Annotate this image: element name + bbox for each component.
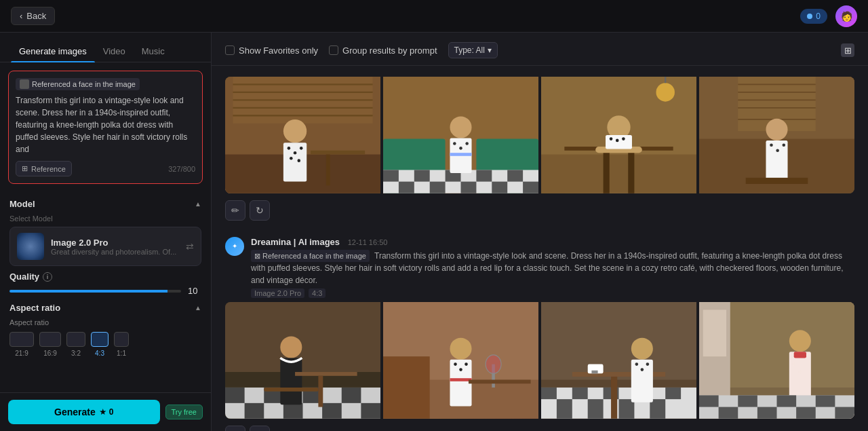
aspect-ratio-section-header[interactable]: Aspect ratio ▲ — [9, 296, 201, 318]
group-results-checkbox[interactable] — [329, 45, 338, 55]
svg-rect-78 — [264, 388, 318, 392]
tab-generate-images[interactable]: Generate images — [11, 41, 95, 62]
model-section-label: Model — [9, 199, 35, 209]
model-card[interactable]: Image 2.0 Pro Great diversity and photor… — [9, 227, 201, 266]
image-cell-1-3[interactable] — [541, 77, 696, 193]
image-cell-2-4[interactable] — [699, 302, 854, 419]
grid-view-icon[interactable]: ⊞ — [841, 43, 854, 57]
svg-point-31 — [450, 116, 471, 138]
back-button[interactable]: ‹ Back — [11, 7, 55, 25]
svg-rect-64 — [746, 178, 808, 184]
show-favorites-filter[interactable]: Show Favorites only — [225, 45, 318, 56]
image-grid-1 — [225, 77, 854, 193]
avatar[interactable]: 🧑 — [835, 5, 857, 27]
type-filter-chevron-icon: ▾ — [488, 45, 492, 55]
content-area[interactable]: Show Favorites only Group results by pro… — [212, 33, 868, 431]
favorites-checkbox[interactable] — [225, 45, 235, 55]
image-placeholder-2-1 — [225, 302, 380, 419]
svg-point-49 — [656, 83, 674, 101]
reference-button[interactable]: ⊞ Reference — [16, 161, 72, 176]
svg-rect-60 — [766, 140, 787, 183]
image-cell-2-2[interactable] — [383, 302, 538, 419]
svg-point-61 — [770, 143, 773, 147]
svg-point-91 — [486, 355, 501, 373]
svg-rect-77 — [280, 358, 302, 405]
image-placeholder-1-4 — [699, 77, 854, 193]
edit-button-1[interactable]: ✏ — [225, 200, 245, 221]
back-arrow-icon: ‹ — [20, 11, 22, 21]
svg-rect-36 — [450, 153, 471, 156]
credit-badge[interactable]: 0 — [800, 9, 827, 24]
svg-rect-45 — [606, 135, 632, 149]
aspect-4-3-label: 4:3 — [95, 350, 104, 357]
refresh-button-2[interactable]: ↻ — [250, 426, 270, 431]
svg-rect-129 — [757, 407, 777, 419]
svg-rect-120 — [794, 352, 806, 358]
tab-video[interactable]: Video — [95, 41, 134, 62]
quality-row: 10 — [9, 286, 201, 296]
aspect-3-2-icon — [66, 332, 85, 347]
quality-info-icon[interactable]: i — [43, 272, 52, 282]
image-placeholder-2-2 — [383, 302, 538, 419]
tab-music[interactable]: Music — [134, 41, 173, 62]
image-cell-1-4[interactable] — [699, 77, 854, 193]
sidebar: Generate images Video Music Referenced a… — [0, 33, 212, 431]
shuffle-icon[interactable]: ⇄ — [186, 241, 194, 252]
try-free-badge[interactable]: Try free — [165, 405, 203, 419]
generate-bar: Generate 0 Try free — [0, 392, 211, 431]
svg-point-118 — [789, 330, 811, 352]
aspect-ratio-label: Aspect ratio — [9, 303, 60, 313]
svg-point-62 — [776, 149, 779, 152]
image-cell-1-1[interactable] — [225, 77, 380, 193]
svg-rect-110 — [631, 360, 653, 402]
svg-rect-96 — [541, 388, 557, 399]
model-section-header[interactable]: Model ▲ — [9, 192, 201, 214]
svg-rect-21 — [383, 170, 399, 181]
toolbar-right: ⊞ — [841, 43, 854, 57]
svg-point-121 — [792, 363, 795, 367]
svg-rect-97 — [572, 388, 588, 399]
svg-point-86 — [454, 363, 457, 367]
aspect-3-2[interactable]: 3:2 — [66, 332, 85, 357]
aspect-4-3[interactable]: 4:3 — [91, 332, 108, 357]
aspect-4-3-icon — [91, 332, 108, 347]
prompt-section: Referenced a face in the image Transform… — [8, 71, 203, 184]
aspect-1-1[interactable]: 1:1 — [114, 332, 129, 357]
reference-icon: ⊞ — [22, 164, 28, 173]
generate-button[interactable]: Generate 0 — [8, 400, 160, 424]
action-row-1: ✏ ↻ — [225, 200, 854, 221]
aspect-16-9[interactable]: 16:9 — [39, 332, 61, 357]
refresh-button-1[interactable]: ↻ — [250, 200, 270, 221]
model-info: Image 2.0 Pro Great diversity and photor… — [51, 238, 179, 256]
select-model-label: Select Model — [9, 214, 201, 223]
prompt-text[interactable]: Transform this girl into a vintage-style… — [16, 94, 195, 155]
svg-point-47 — [616, 139, 619, 143]
type-filter[interactable]: Type: All ▾ — [448, 42, 498, 58]
group-results-label: Group results by prompt — [342, 45, 437, 56]
svg-rect-117 — [703, 310, 726, 357]
quality-value: 10 — [188, 286, 201, 296]
group-results-filter[interactable]: Group results by prompt — [329, 45, 437, 56]
image-grid-2 — [225, 302, 854, 419]
result-avatar-icon: ✦ — [232, 242, 237, 250]
image-cell-1-2[interactable] — [383, 77, 538, 193]
quality-slider[interactable] — [9, 290, 181, 293]
svg-rect-75 — [361, 403, 380, 419]
svg-point-46 — [610, 137, 613, 140]
edit-button-2[interactable]: ✏ — [225, 426, 245, 431]
svg-rect-92 — [469, 380, 531, 384]
model-description: Great diversity and photorealism. Of... — [51, 248, 179, 256]
aspect-16-9-label: 16:9 — [43, 350, 56, 357]
aspect-21-9[interactable]: 21:9 — [9, 332, 34, 357]
svg-rect-104 — [650, 399, 665, 419]
svg-rect-9 — [283, 143, 307, 181]
svg-point-76 — [280, 337, 302, 358]
inline-face-badge: ⊠ Referenced a face in the image — [251, 250, 370, 263]
model-section: Model ▲ Select Model Image 2.0 Pro Great… — [0, 192, 211, 266]
reference-face-badge: Referenced a face in the image — [16, 78, 140, 90]
svg-rect-66 — [225, 302, 380, 372]
sidebar-tabs: Generate images Video Music — [0, 33, 211, 62]
image-cell-2-1[interactable] — [225, 302, 380, 419]
image-cell-2-3[interactable] — [541, 302, 696, 419]
svg-point-87 — [459, 369, 462, 372]
